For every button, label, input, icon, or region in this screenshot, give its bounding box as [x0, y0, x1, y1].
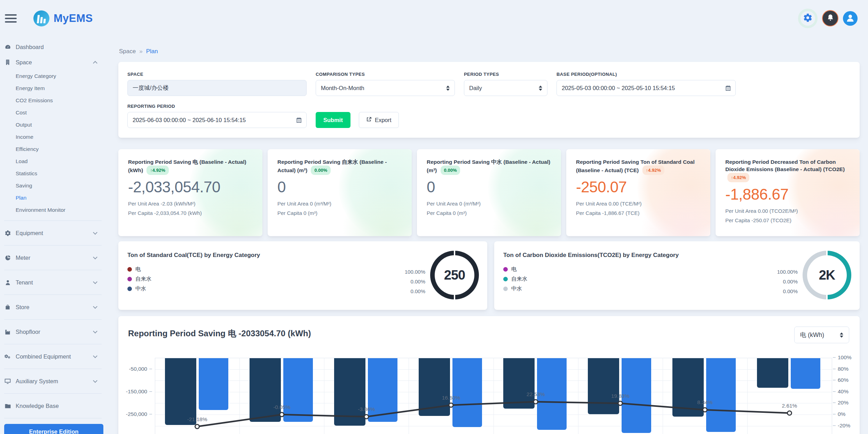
enterprise-edition-button[interactable]: Enterprise Edition [4, 424, 103, 434]
space-input[interactable] [127, 80, 307, 96]
chevron-down-icon [93, 354, 97, 358]
settings-button[interactable] [798, 9, 818, 28]
sidebar-item-meter[interactable]: Meter [4, 250, 104, 265]
tick-mark [833, 380, 836, 380]
sidebar-item-knowledge-base[interactable]: Knowledge Base [4, 398, 104, 413]
sidebar-item-dashboard[interactable]: Dashboard [4, 39, 104, 55]
chevron-down-icon [93, 230, 97, 235]
legend-item-自来水[interactable]: 自来水 [127, 274, 478, 284]
donut-card-2: Ton of Carbon Dioxide Emissions(TCO2E) b… [494, 241, 860, 310]
sidebar-subitem-saving[interactable]: Saving [4, 179, 104, 192]
sidebar-item-auxiliary-system[interactable]: Auxiliary System [4, 373, 104, 389]
sidebar-item-store[interactable]: Store [4, 299, 104, 315]
per-capita-text: Per Capita 0 (m³) [277, 210, 402, 216]
sidebar-subitem-energy-item[interactable]: Energy Item [4, 82, 104, 94]
line-marker-6[interactable] [618, 401, 622, 405]
tick-label: 0% [838, 411, 845, 417]
stat-card-title: Reporting Period Saving Ton of Standard … [576, 158, 701, 175]
sidebar-subitem-environment-monitor[interactable]: Environment Monitor [4, 204, 104, 216]
line-marker-4[interactable] [449, 403, 453, 407]
sidebar-subitem-efficiency[interactable]: Efficiency [4, 143, 104, 155]
reporting-period-input[interactable] [127, 112, 307, 128]
line-marker-2[interactable] [280, 412, 284, 417]
left-axis-tick: -50,000 [118, 366, 152, 372]
stat-card-title: Reporting Period Saving 自来水 (Baseline - … [277, 158, 402, 175]
chart-unit-value: 电 (kWh) [800, 331, 824, 339]
legend-item-自来水[interactable]: 自来水 [503, 274, 851, 284]
sidebar-item-label: Auxiliary System [16, 378, 58, 385]
sidebar-divider [4, 319, 102, 320]
calendar-icon[interactable] [725, 85, 731, 93]
chart-unit-select[interactable]: 电 (kWh) [794, 327, 849, 343]
comparison-types-select[interactable]: Month-On-Month [316, 80, 455, 96]
sidebar-subitem-energy-category[interactable]: Energy Category [4, 70, 104, 82]
legend-item-中水[interactable]: 中水 [503, 284, 851, 294]
legend-item-电[interactable]: 电 [127, 264, 478, 274]
sidebar-subitem-cost[interactable]: Cost [4, 106, 104, 119]
legend-dot-icon [127, 277, 132, 281]
sidebar-item-shopfloor[interactable]: Shopfloor [4, 324, 104, 339]
brand-logo[interactable]: MyEMS [33, 10, 93, 26]
donut-card-title: Ton of Standard Coal(TCE) by Energy Cate… [127, 252, 478, 259]
sidebar-item-space[interactable]: Space [4, 55, 104, 70]
stat-cards-row: Reporting Period Saving 电 (Baseline - Ac… [118, 149, 860, 236]
line-marker-3[interactable] [364, 415, 369, 419]
sidebar-subitem-output[interactable]: Output [4, 119, 104, 131]
line-marker-1[interactable] [195, 425, 199, 429]
line-marker-8[interactable] [787, 411, 791, 415]
sidebar-item-equipment[interactable]: Equipment [4, 225, 104, 241]
per-capita-text: Per Capita -250.07 (TCO2E) [725, 217, 850, 223]
tick-label: 60% [838, 377, 849, 383]
stat-card-badge: 0.00% [311, 166, 331, 175]
menu-toggle-button[interactable] [5, 14, 17, 23]
legend-dot-icon [127, 267, 132, 272]
sidebar-divider [4, 220, 102, 221]
per-capita-text: Per Capita -2,033,054.70 (kWh) [128, 210, 253, 216]
sidebar-item-label: Shopfloor [16, 329, 40, 335]
period-types-select[interactable]: Daily [464, 80, 547, 96]
sidebar-item-combined-equipment[interactable]: Combined Equipment [4, 349, 104, 364]
legend-item-电[interactable]: 电 [503, 264, 851, 274]
breadcrumb-parent[interactable]: Space [119, 48, 136, 55]
submit-button[interactable]: Submit [316, 112, 350, 128]
tick-label: -50,000 [129, 366, 147, 372]
sidebar-divider [4, 344, 102, 344]
sidebar-item-label: Store [16, 304, 29, 311]
sidebar-subitem-income[interactable]: Income [4, 131, 104, 143]
legend-label: 中水 [135, 285, 146, 292]
sidebar-item-label: Tenant [16, 279, 33, 286]
space-label: SPACE [127, 72, 307, 77]
legend-item-中水[interactable]: 中水 [127, 284, 478, 294]
saving-chart-card: Reporting Period Saving 电 -2033054.70 (k… [118, 316, 860, 434]
sidebar-subitem-plan[interactable]: Plan [4, 192, 104, 204]
tick-mark [149, 391, 152, 392]
export-button[interactable]: Export [359, 112, 399, 128]
line-point-label: 19.83% [611, 393, 630, 399]
base-period-input[interactable] [557, 80, 736, 96]
sidebar-subitem-co2-emissions[interactable]: CO2 Emissions [4, 94, 104, 106]
sidebar-subitem-statistics[interactable]: Statistics [4, 167, 104, 179]
calendar-icon[interactable] [296, 117, 302, 124]
breadcrumb-current[interactable]: Plan [146, 48, 158, 55]
myems-plan-page: { "brand": { "logo_text": "MyEMS" }, "to… [0, 0, 868, 434]
sidebar-item-tenant[interactable]: Tenant [4, 275, 104, 290]
user-icon [4, 279, 11, 286]
legend-percent: 100.00% [405, 267, 425, 277]
stat-card-value: 0 [277, 178, 402, 196]
right-axis-tick: 20% [833, 400, 849, 406]
line-marker-5[interactable] [534, 400, 538, 404]
chevron-down-icon [93, 304, 97, 309]
user-avatar-button[interactable] [843, 11, 858, 26]
period-types-label: PERIOD TYPES [464, 72, 547, 77]
right-axis-tick: -20% [833, 423, 850, 429]
pie-icon [4, 254, 11, 261]
notifications-button[interactable] [822, 10, 838, 26]
per-unit-area-text: Per Unit Area 0.00 (TCE/M²) [576, 201, 701, 207]
sidebar-subitem-load[interactable]: Load [4, 155, 104, 167]
tick-label: 100% [838, 354, 852, 361]
building-icon [4, 59, 11, 66]
line-marker-7[interactable] [703, 408, 707, 412]
stat-card-title: Reporting Period Saving 中水 (Baseline - A… [427, 158, 551, 175]
tick-label: -150,000 [126, 388, 147, 395]
sidebar-divider [4, 393, 102, 394]
